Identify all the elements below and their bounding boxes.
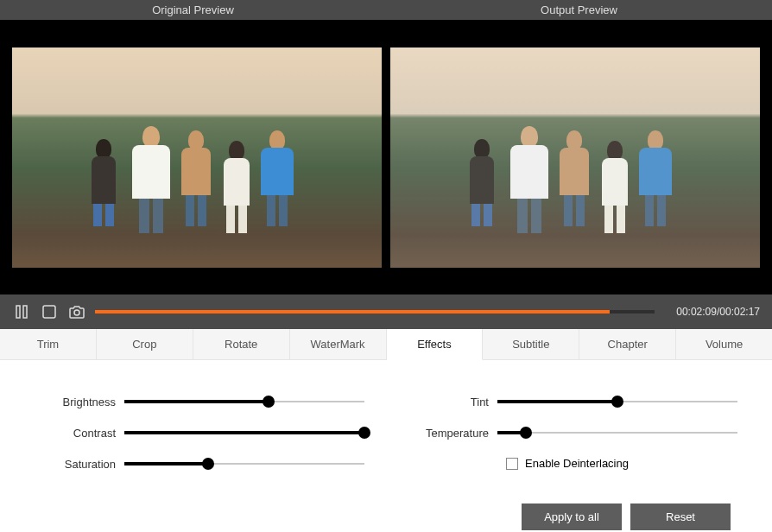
tab-watermark[interactable]: WaterMark	[290, 329, 387, 359]
deinterlace-checkbox[interactable]	[506, 458, 518, 470]
pause-icon[interactable]	[12, 302, 31, 321]
progress-bar[interactable]	[95, 310, 655, 314]
brightness-slider[interactable]	[124, 395, 364, 408]
time-display: 00:02:09/00:02:17	[663, 306, 760, 318]
contrast-label: Contrast	[35, 427, 124, 440]
camera-icon[interactable]	[67, 302, 86, 321]
output-preview	[390, 20, 760, 294]
svg-rect-2	[43, 306, 55, 318]
tab-crop[interactable]: Crop	[97, 329, 193, 359]
saturation-label: Saturation	[35, 458, 124, 471]
contrast-slider[interactable]	[124, 426, 364, 440]
original-preview	[12, 20, 382, 294]
tab-chapter[interactable]: Chapter	[579, 329, 676, 359]
tab-volume[interactable]: Volume	[676, 329, 772, 359]
tint-slider[interactable]	[497, 395, 737, 408]
deinterlace-label: Enable Deinterlacing	[525, 457, 629, 470]
brightness-label: Brightness	[35, 396, 124, 408]
tab-trim[interactable]: Trim	[0, 329, 97, 359]
saturation-slider[interactable]	[124, 457, 364, 471]
tab-rotate[interactable]: Rotate	[193, 329, 290, 359]
tint-label: Tint	[408, 396, 497, 408]
original-preview-label: Original Preview	[0, 0, 386, 20]
tab-subtitle[interactable]: Subtitle	[483, 329, 579, 359]
svg-rect-1	[23, 306, 27, 318]
output-preview-label: Output Preview	[386, 0, 772, 20]
stop-icon[interactable]	[40, 302, 59, 321]
svg-point-3	[74, 310, 79, 315]
apply-to-all-button[interactable]: Apply to all	[522, 504, 622, 530]
tab-effects[interactable]: Effects	[387, 329, 484, 360]
temperature-slider[interactable]	[497, 426, 737, 440]
reset-button[interactable]: Reset	[630, 504, 731, 530]
svg-rect-0	[16, 306, 20, 318]
temperature-label: Temperature	[408, 427, 497, 440]
